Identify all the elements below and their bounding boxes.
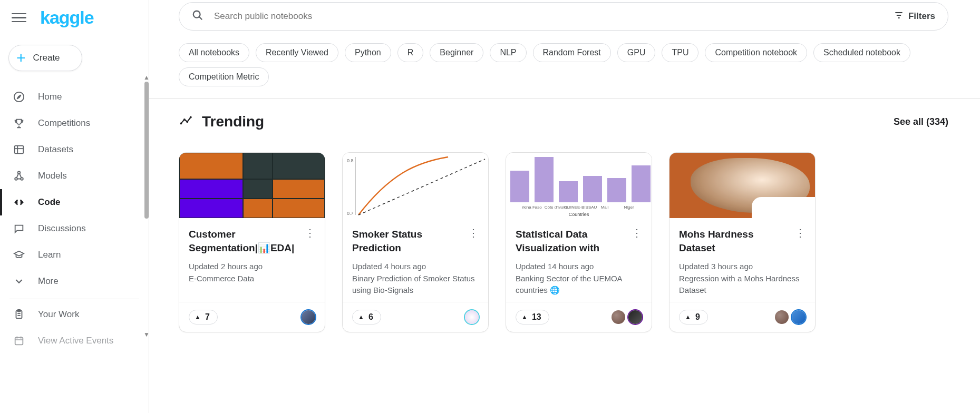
card-thumbnail[interactable] [179,153,325,218]
nav-label: Competitions [38,118,90,129]
create-button[interactable]: + Create [8,45,82,71]
chip-r[interactable]: R [397,43,424,62]
upvote-button[interactable]: ▲9 [679,310,708,324]
chip-python[interactable]: Python [345,43,391,62]
card-subtitle: Banking Sector of the UEMOA countries 🌐 [516,273,642,297]
card-title[interactable]: Statistical Data Visualization with [516,228,628,254]
sidebar-scrollbar[interactable] [144,82,149,219]
card-title[interactable]: Mohs Hardness Dataset [679,228,792,254]
nav-label: More [38,276,59,287]
card-updated: Updated 3 hours ago [679,261,806,273]
plus-icon: + [16,50,26,66]
svg-point-13 [193,11,200,18]
more-options-icon[interactable]: ⋮ [305,228,315,238]
school-icon [12,249,26,261]
upvote-count: 7 [205,312,210,322]
more-options-icon[interactable]: ⋮ [795,228,806,238]
card-updated: Updated 14 hours ago [516,261,642,273]
sidebar-item-learn[interactable]: Learn [0,242,149,268]
more-options-icon[interactable]: ⋮ [468,228,479,238]
network-icon [12,170,26,182]
svg-marker-1 [17,95,21,99]
caret-up-icon: ▲ [685,313,691,321]
upvote-button[interactable]: ▲6 [352,310,381,324]
notebook-card: Mohs Hardness Dataset ⋮ Updated 3 hours … [669,152,816,332]
nav-separator [9,299,139,299]
section-divider [149,98,980,99]
card-thumbnail[interactable]: rkina FasoCôte d'IvoireGUINEE-BISSAUMali… [506,153,652,218]
nav-label: Your Work [38,309,79,320]
sidebar-item-models[interactable]: Models [0,163,149,189]
svg-rect-2 [15,146,24,154]
sidebar-item-view-active-events[interactable]: View Active Events [0,328,149,354]
chip-scheduled-notebook[interactable]: Scheduled notebook [813,43,910,62]
chip-all-notebooks[interactable]: All notebooks [179,43,249,62]
primary-nav: Home Competitions Datasets Models Code D… [0,84,149,354]
filter-icon [894,10,904,23]
chip-competition-metric[interactable]: Competition Metric [179,67,269,86]
sidebar: kaggle + Create Home Competitions Datase… [0,0,149,413]
svg-text:0.7: 0.7 [347,211,354,216]
clipboard-icon [12,309,26,320]
card-thumbnail[interactable]: 0.8 0.7 [343,153,488,218]
sidebar-item-datasets[interactable]: Datasets [0,136,149,163]
card-subtitle: E-Commerce Data [189,273,315,285]
sidebar-item-more[interactable]: More [0,268,149,294]
search-input[interactable] [214,11,894,22]
card-thumbnail[interactable] [669,153,815,218]
nav-label: Datasets [38,144,73,155]
sidebar-item-code[interactable]: Code [0,189,149,215]
caret-up-icon: ▲ [521,313,528,321]
author-avatar[interactable] [792,310,806,324]
author-avatar[interactable] [465,310,479,324]
upvote-button[interactable]: ▲7 [189,310,218,324]
nav-label: Discussions [38,223,86,234]
create-label: Create [33,53,60,63]
upvote-count: 6 [368,312,373,322]
card-subtitle: Regression with a Mohs Hardness Dataset [679,273,806,297]
notebook-card: 0.8 0.7 Smoker Status Prediction ⋮ Updat… [342,152,489,332]
filters-button[interactable]: Filters [894,10,935,23]
nav-label: Home [38,92,62,102]
search-icon[interactable] [192,9,203,23]
sidebar-item-your-work[interactable]: Your Work [0,301,149,328]
card-title[interactable]: Smoker Status Prediction [352,228,465,254]
upvote-count: 13 [532,312,541,322]
card-updated: Updated 2 hours ago [189,261,315,273]
comment-icon [12,223,26,234]
chip-gpu[interactable]: GPU [617,43,656,62]
card-subtitle: Binary Prediction of Smoker Status using… [352,273,479,297]
svg-text:0.8: 0.8 [347,158,354,163]
upvote-button[interactable]: ▲13 [516,310,549,324]
see-all-link[interactable]: See all (334) [894,116,948,127]
compass-icon [12,91,26,103]
chip-competition-notebook[interactable]: Competition notebook [705,43,807,62]
collaborator-avatar[interactable] [775,310,789,324]
author-avatar[interactable] [302,310,315,324]
menu-icon[interactable] [12,11,26,25]
caret-up-icon: ▲ [195,313,201,321]
code-icon [12,196,26,208]
chip-nlp[interactable]: NLP [490,43,526,62]
chip-random-forest[interactable]: Random Forest [533,43,611,62]
filters-label: Filters [908,11,935,22]
more-options-icon[interactable]: ⋮ [632,228,642,238]
author-avatar[interactable] [628,310,642,324]
collaborator-avatar[interactable] [612,310,625,324]
chip-beginner[interactable]: Beginner [430,43,483,62]
sidebar-item-discussions[interactable]: Discussions [0,215,149,242]
svg-rect-12 [15,338,23,345]
nav-label: Models [38,171,67,181]
main-content: Filters All notebooks Recently Viewed Py… [149,0,980,413]
kaggle-logo[interactable]: kaggle [40,7,94,28]
sidebar-item-competitions[interactable]: Competitions [0,110,149,136]
trending-icon [179,114,192,130]
chip-recently-viewed[interactable]: Recently Viewed [256,43,338,62]
sidebar-item-home[interactable]: Home [0,84,149,110]
search-bar: Filters [179,2,948,31]
table-icon [12,144,26,155]
nav-label: Code [38,197,61,208]
svg-line-14 [199,17,202,20]
card-title[interactable]: Customer Segmentation|📊EDA| [189,228,302,254]
chip-tpu[interactable]: TPU [662,43,698,62]
